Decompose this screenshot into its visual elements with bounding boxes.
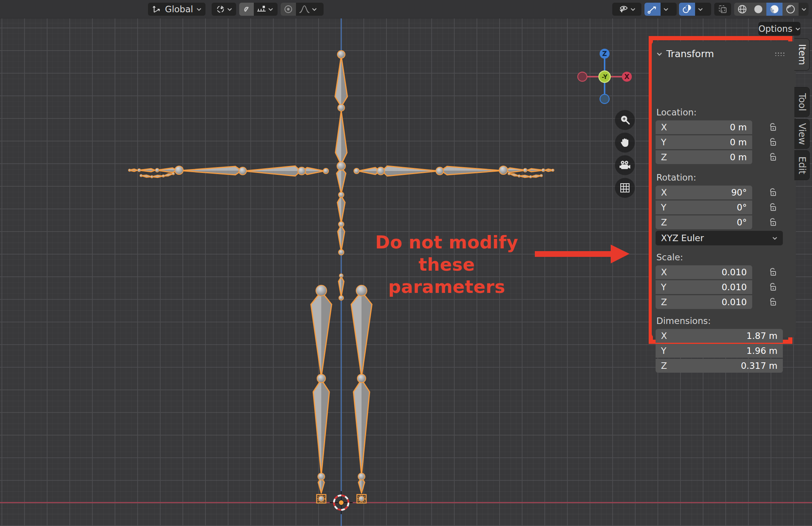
sidebar-tabs: ItemToolViewEdit [794, 38, 810, 180]
zoom-icon [619, 114, 631, 126]
unlock-icon[interactable] [767, 135, 778, 149]
chevron-down-icon [196, 8, 202, 11]
axis-value: 0 m [730, 152, 747, 162]
orthographic-grid-button[interactable] [615, 178, 635, 198]
xray-toggle[interactable] [714, 3, 731, 16]
rotation-rows: X90°Y0°Z0° [656, 186, 752, 229]
unlock-icon[interactable] [767, 295, 778, 309]
location-locks [767, 120, 778, 164]
chevron-down-icon [312, 8, 317, 11]
chevron-down-icon [772, 237, 777, 240]
snap-settings-dropdown[interactable] [254, 3, 276, 16]
unlock-icon[interactable] [767, 265, 778, 279]
shading-solid-button[interactable] [750, 3, 766, 16]
value-field-y[interactable]: Y1.96 m [656, 344, 783, 358]
value-field-z[interactable]: Z0 m [656, 150, 752, 164]
shading-rendered-button[interactable] [782, 3, 799, 16]
visibility-dropdown[interactable] [612, 3, 641, 16]
annotation-line2: these parameters [366, 253, 527, 298]
panel-drag-grip[interactable] [774, 52, 786, 56]
axis-label: X [661, 267, 676, 277]
annotation-line1: Do not modify [366, 231, 527, 253]
overlays-controls[interactable] [679, 3, 711, 16]
rotation-locks [767, 186, 778, 229]
value-field-y[interactable]: Y0.010 [656, 280, 752, 294]
axis-value: 0 m [730, 122, 747, 132]
snap-magnet-icon [242, 5, 251, 14]
pan-button[interactable] [615, 133, 635, 153]
unlock-icon[interactable] [767, 186, 778, 199]
svg-text:Z: Z [602, 50, 607, 58]
axis-label: Y [661, 202, 676, 212]
snapping-controls[interactable] [239, 3, 278, 16]
options-dropdown[interactable]: Options [758, 22, 800, 36]
axis-label: Z [661, 217, 676, 227]
rotation-mode-value: XYZ Euler [661, 233, 704, 243]
value-field-z[interactable]: Z0.010 [656, 295, 752, 309]
axis-value: 0 m [730, 137, 747, 147]
annotation-arrow [533, 242, 633, 266]
axis-value: 0.317 m [741, 361, 777, 371]
unlock-icon[interactable] [767, 215, 778, 229]
value-field-y[interactable]: Y0° [656, 201, 752, 214]
snap-toggle-button[interactable] [239, 3, 254, 16]
navigation-gizmo[interactable]: ZX-Y [574, 46, 635, 107]
chevron-down-icon [227, 8, 232, 11]
axis-label: X [661, 331, 676, 341]
scale-rows: X0.010Y0.010Z0.010 [656, 265, 752, 309]
transform-orientation-dropdown[interactable]: Global [148, 3, 205, 16]
value-field-x[interactable]: X90° [656, 186, 752, 199]
dimensions-label: Dimensions: [656, 316, 711, 326]
shading-dropdown[interactable] [799, 3, 809, 16]
rotation-mode-dropdown[interactable]: XYZ Euler [656, 231, 783, 245]
gizmo-toggle-icon [647, 4, 658, 14]
value-field-z[interactable]: Z0° [656, 215, 752, 229]
axis-value: 0° [737, 217, 747, 227]
shading-mode-controls [734, 3, 809, 16]
unlock-icon[interactable] [767, 201, 778, 214]
overlays-dropdown[interactable] [695, 3, 706, 16]
unlock-icon[interactable] [767, 280, 778, 294]
camera-view-button[interactable] [615, 155, 635, 175]
shading-wireframe-button[interactable] [734, 3, 750, 16]
proportional-editing-button[interactable] [281, 3, 296, 16]
visibility-eye-icon [618, 4, 629, 14]
overlays-toggle-button[interactable] [679, 3, 695, 16]
gizmo-controls[interactable] [644, 3, 677, 16]
svg-text:-Y: -Y [602, 74, 608, 81]
pivot-point-dropdown[interactable] [212, 3, 236, 16]
annotation-text: Do not modify these parameters [366, 231, 527, 298]
unlock-icon[interactable] [767, 120, 778, 134]
viewport-header: Global [0, 0, 812, 18]
value-field-x[interactable]: X0 m [656, 120, 752, 134]
svg-text:X: X [624, 73, 629, 81]
camera-view-icon [619, 159, 631, 171]
shading-rendered-icon [785, 4, 796, 15]
axis-value: 0.010 [722, 267, 747, 277]
scale-locks [767, 265, 778, 309]
scale-label: Scale: [656, 252, 683, 262]
value-field-x[interactable]: X0.010 [656, 265, 752, 279]
axis-value: 0° [737, 202, 747, 212]
sidebar-tab-edit[interactable]: Edit [794, 150, 810, 180]
axis-value: 1.96 m [746, 346, 777, 356]
unlock-icon[interactable] [767, 150, 778, 164]
sidebar-tab-item[interactable]: Item [794, 38, 810, 71]
falloff-curve-icon [299, 4, 310, 14]
panel-title: Transform [666, 48, 714, 59]
value-field-y[interactable]: Y0 m [656, 135, 752, 149]
shading-wireframe-icon [737, 4, 748, 15]
panel-collapse-icon[interactable] [656, 52, 662, 56]
zoom-button[interactable] [615, 110, 635, 130]
sidebar-tab-view[interactable]: View [794, 119, 810, 149]
falloff-dropdown[interactable] [296, 3, 320, 16]
shading-material-button[interactable] [766, 3, 782, 16]
chevron-down-icon [801, 8, 807, 11]
sidebar-tab-tool[interactable]: Tool [794, 87, 810, 117]
proportional-editing-controls[interactable] [281, 3, 324, 16]
gizmo-dropdown[interactable] [661, 3, 671, 16]
value-field-z[interactable]: Z0.317 m [656, 359, 783, 373]
gizmo-toggle-button[interactable] [644, 3, 661, 16]
value-field-x[interactable]: X1.87 m [656, 329, 783, 343]
location-rows: X0 mY0 mZ0 m [656, 120, 752, 164]
